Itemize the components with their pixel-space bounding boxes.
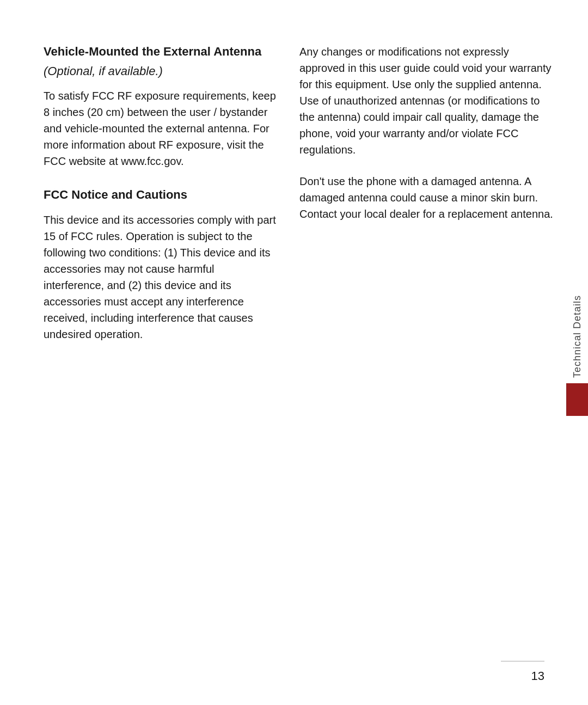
heading-fcc-notice: FCC Notice and Cautions	[44, 187, 278, 203]
bottom-line	[501, 661, 544, 661]
paragraph-fcc-rf: To satisfy FCC RF exposure requirements,…	[44, 88, 278, 169]
heading-vehicle-mounted: Vehicle-Mounted the External Antenna	[44, 44, 278, 60]
sidebar-label: Technical Details	[567, 289, 587, 383]
sidebar-tab: Technical Details	[566, 289, 588, 415]
right-column: Any changes or modifications not express…	[299, 44, 555, 672]
page-number: 13	[531, 669, 544, 683]
content-area: Vehicle-Mounted the External Antenna (Op…	[44, 44, 555, 672]
paragraph-damaged-antenna: Don't use the phone with a damaged anten…	[299, 173, 555, 222]
paragraph-any-changes: Any changes or modifications not express…	[299, 44, 555, 158]
left-column: Vehicle-Mounted the External Antenna (Op…	[44, 44, 278, 672]
sidebar-red-indicator	[566, 383, 588, 416]
page-container: Vehicle-Mounted the External Antenna (Op…	[0, 0, 588, 705]
paragraph-fcc-notice: This device and its accessories comply w…	[44, 212, 278, 342]
subheading-optional: (Optional, if available.)	[44, 63, 278, 79]
